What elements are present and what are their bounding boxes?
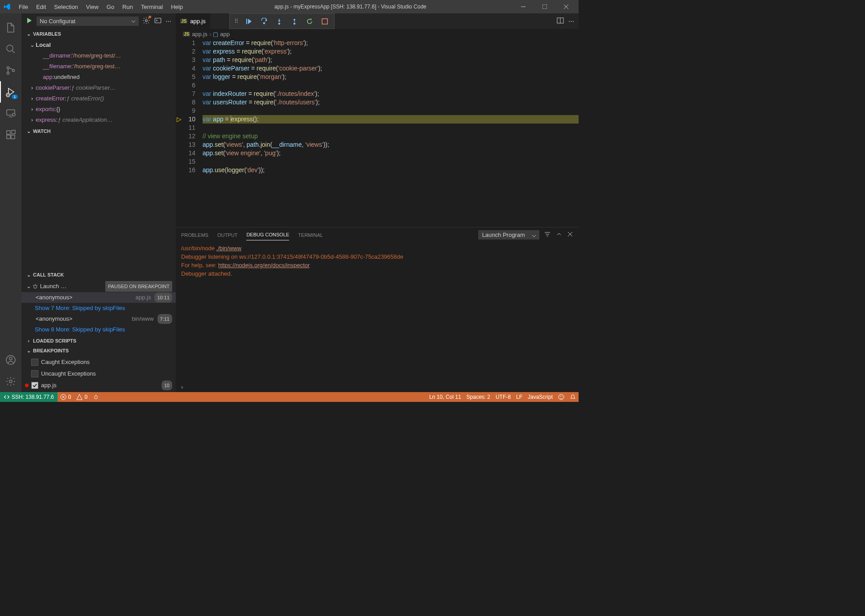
debug-status-icon[interactable] bbox=[90, 394, 102, 400]
split-editor-icon[interactable] bbox=[557, 17, 564, 25]
watch-header[interactable]: ⌄WATCH bbox=[21, 126, 176, 136]
errors-indicator[interactable]: 0 bbox=[58, 394, 74, 400]
settings-gear-icon[interactable] bbox=[0, 371, 21, 392]
filter-icon[interactable] bbox=[544, 231, 551, 239]
chevron-down-icon: ⌄ bbox=[25, 128, 32, 135]
step-over-button[interactable] bbox=[257, 15, 271, 28]
titlebar: FileEditSelectionViewGoRunTerminalHelp a… bbox=[0, 0, 579, 13]
menu-terminal[interactable]: Terminal bbox=[137, 2, 166, 12]
debug-session-selector[interactable]: Launch Program bbox=[478, 230, 539, 240]
breadcrumb[interactable]: JS app.js › ▢ app bbox=[176, 29, 579, 39]
checkbox[interactable] bbox=[31, 359, 38, 366]
menu-run[interactable]: Run bbox=[119, 2, 137, 12]
variables-header[interactable]: ⌄VARIABLES bbox=[21, 29, 176, 39]
panel-tab-debug-console[interactable]: DEBUG CONSOLE bbox=[246, 229, 289, 240]
console-link[interactable]: https://nodejs.org/en/docs/inspector bbox=[218, 262, 310, 269]
menu-file[interactable]: File bbox=[15, 2, 32, 12]
debug-config-dropdown[interactable]: No Configurat bbox=[37, 17, 139, 26]
svg-rect-35 bbox=[322, 19, 327, 24]
panel-tab-problems[interactable]: PROBLEMS bbox=[181, 230, 208, 240]
panel-tab-output[interactable]: OUTPUT bbox=[217, 230, 237, 240]
svg-point-34 bbox=[294, 23, 295, 24]
callstack-header[interactable]: ⌄CALL STACK bbox=[21, 270, 176, 280]
debug-session[interactable]: ⌄ Launch …PAUSED ON BREAKPOINT bbox=[21, 281, 176, 292]
source-control-icon[interactable] bbox=[0, 60, 21, 81]
notifications-icon[interactable] bbox=[567, 394, 579, 400]
menu-selection[interactable]: Selection bbox=[50, 2, 81, 12]
console-link[interactable]: ./bin/www bbox=[216, 245, 241, 252]
remote-indicator[interactable]: SSH: 138.91.77.6 bbox=[0, 392, 58, 402]
debug-header: No Configurat ⋯ bbox=[21, 13, 176, 29]
step-into-button[interactable] bbox=[273, 15, 286, 28]
eol[interactable]: LF bbox=[513, 394, 525, 400]
breakpoint-item[interactable]: app.js10 bbox=[21, 380, 176, 391]
chevron-right-icon: › bbox=[29, 116, 36, 124]
stack-frame[interactable]: <anonymous>bin/www7:11 bbox=[21, 314, 176, 324]
encoding[interactable]: UTF-8 bbox=[493, 394, 513, 400]
search-icon[interactable] bbox=[0, 38, 21, 60]
loaded-scripts-section: ›LOADED SCRIPTS bbox=[21, 336, 176, 346]
repl-input[interactable]: › bbox=[176, 382, 579, 392]
indentation[interactable]: Spaces: 2 bbox=[464, 394, 493, 400]
more-icon[interactable]: ⋯ bbox=[166, 18, 171, 25]
variable-item[interactable]: __filename: '/home/greg-test… bbox=[21, 61, 176, 72]
checkbox[interactable] bbox=[31, 382, 38, 389]
variable-item[interactable]: ›createError: ƒ createError() bbox=[21, 93, 176, 104]
symbol-icon: ▢ bbox=[213, 31, 218, 37]
menu-go[interactable]: Go bbox=[103, 2, 118, 12]
svg-point-49 bbox=[559, 394, 564, 400]
explorer-icon[interactable] bbox=[0, 17, 21, 38]
start-debug-icon[interactable] bbox=[26, 17, 33, 25]
debug-badge: 1 bbox=[12, 95, 18, 99]
chevron-down-icon: ⌄ bbox=[25, 30, 32, 37]
variables-scope[interactable]: ⌄Local bbox=[21, 40, 176, 50]
accounts-icon[interactable] bbox=[0, 349, 21, 371]
minimize-button[interactable] bbox=[514, 0, 532, 13]
pause-status-badge: PAUSED ON BREAKPOINT bbox=[105, 281, 172, 292]
debug-console-toggle-icon[interactable] bbox=[154, 17, 162, 26]
tab-app-js[interactable]: JSapp.js bbox=[176, 13, 211, 29]
menu-help[interactable]: Help bbox=[167, 2, 186, 12]
drag-handle-icon[interactable]: ⠿ bbox=[232, 18, 240, 25]
window-controls bbox=[514, 0, 575, 13]
collapse-panel-icon[interactable] bbox=[555, 231, 563, 239]
code-editor[interactable]: 123456789▷10111213141516 var createError… bbox=[176, 39, 579, 227]
maximize-button[interactable] bbox=[536, 0, 554, 13]
panel-tab-terminal[interactable]: TERMINAL bbox=[298, 230, 323, 240]
debug-gear-icon[interactable] bbox=[142, 17, 150, 26]
run-debug-icon[interactable]: 1 bbox=[0, 81, 21, 103]
extensions-icon[interactable] bbox=[0, 124, 21, 145]
editor-more-icon[interactable]: ⋯ bbox=[568, 18, 574, 25]
warnings-indicator[interactable]: 0 bbox=[74, 394, 90, 400]
variable-item[interactable]: ›express: ƒ createApplication… bbox=[21, 115, 176, 125]
variable-item[interactable]: ›exports: {} bbox=[21, 104, 176, 115]
stack-frame[interactable]: <anonymous>app.js10:11 bbox=[21, 292, 176, 303]
variable-item[interactable]: ›cookieParser: ƒ cookieParser… bbox=[21, 83, 176, 93]
stop-button[interactable] bbox=[318, 15, 331, 28]
breakpoint-item[interactable]: Uncaught Exceptions bbox=[21, 368, 176, 380]
close-panel-icon[interactable] bbox=[567, 231, 573, 239]
menu-view[interactable]: View bbox=[83, 2, 102, 12]
variable-item[interactable]: __dirname: '/home/greg-test/… bbox=[21, 50, 176, 61]
checkbox[interactable] bbox=[31, 370, 38, 377]
breakpoint-item[interactable]: Caught Exceptions bbox=[21, 356, 176, 368]
breakpoint-dot-icon bbox=[25, 384, 29, 387]
remote-explorer-icon[interactable] bbox=[0, 103, 21, 124]
restart-button[interactable] bbox=[303, 15, 316, 28]
step-out-button[interactable] bbox=[288, 15, 301, 28]
svg-rect-17 bbox=[12, 130, 15, 134]
editor-area: ⠿ JSapp.js ⋯ JS app.js › ▢ app 123456789… bbox=[176, 13, 579, 392]
variable-item[interactable]: app: undefined bbox=[21, 72, 176, 83]
loaded-scripts-header[interactable]: ›LOADED SCRIPTS bbox=[21, 336, 176, 346]
skipfiles-link[interactable]: Show 8 More: Skipped by skipFiles bbox=[21, 324, 176, 335]
svg-point-8 bbox=[12, 70, 15, 72]
cursor-position[interactable]: Ln 10, Col 11 bbox=[426, 394, 464, 400]
continue-button[interactable] bbox=[242, 15, 256, 28]
feedback-icon[interactable] bbox=[555, 394, 567, 400]
breakpoints-header[interactable]: ⌄BREAKPOINTS bbox=[21, 346, 176, 356]
language-mode[interactable]: JavaScript bbox=[525, 394, 555, 400]
skipfiles-link[interactable]: Show 7 More: Skipped by skipFiles bbox=[21, 303, 176, 314]
close-button[interactable] bbox=[557, 0, 575, 13]
menu-edit[interactable]: Edit bbox=[33, 2, 50, 12]
js-file-icon: JS bbox=[183, 32, 190, 37]
